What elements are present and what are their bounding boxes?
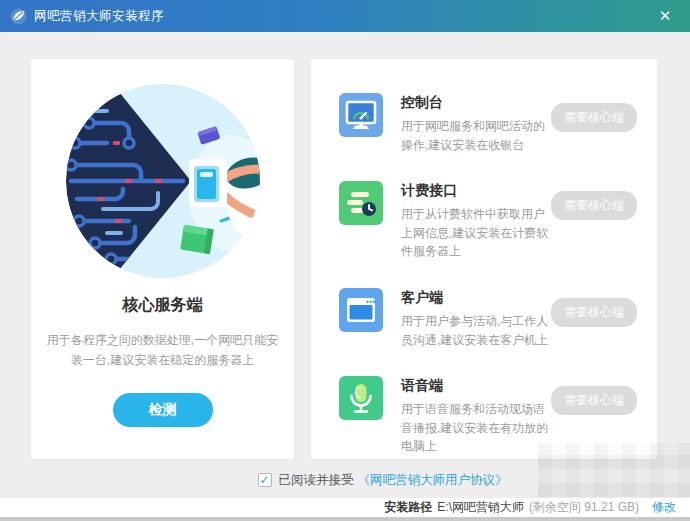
free-space-text: (剩余空间 91.21 GB): [529, 499, 639, 516]
component-description: 用于语音服务和活动现场语音播报,建议安装在有功放的电脑上: [401, 400, 551, 456]
app-logo-leaf-icon: [10, 8, 27, 25]
voice-mic-icon: [339, 376, 383, 420]
agreement-checkbox[interactable]: ✓: [258, 473, 272, 487]
detect-button[interactable]: 检测: [113, 393, 213, 427]
component-name: 客户端: [401, 289, 551, 307]
needs-core-badge[interactable]: 需要核心端: [551, 386, 637, 415]
close-icon[interactable]: ✕: [650, 0, 680, 32]
core-server-title: 核心服务端: [31, 295, 294, 316]
install-path-value: E:\网吧营销大师: [437, 499, 524, 516]
component-description: 用于用户参与活动,与工作人员沟通,建议安装在客户机上: [401, 312, 551, 349]
component-name: 计费接口: [401, 182, 551, 200]
modify-path-link[interactable]: 修改: [652, 499, 676, 516]
needs-core-badge[interactable]: 需要核心端: [551, 191, 637, 220]
bottom-strip: [0, 517, 690, 521]
install-path-label: 安装路径: [384, 499, 432, 516]
core-server-description: 用于各程序之间的数据处理,一个网吧只能安装一台,建议安装在稳定的服务器上: [47, 330, 279, 371]
needs-core-badge[interactable]: 需要核心端: [551, 103, 637, 132]
component-description: 用于从计费软件中获取用户上网信息,建议安装在计费软件服务器上: [401, 205, 551, 261]
console-monitor-icon: [339, 93, 383, 137]
client-window-icon: [339, 288, 383, 332]
core-server-panel: 核心服务端 用于各程序之间的数据处理,一个网吧只能安装一台,建议安装在稳定的服务…: [30, 58, 295, 460]
footer-bar: 安装路径 E:\网吧营销大师 (剩余空间 91.21 GB) 修改: [0, 497, 690, 517]
watermark-mosaic: [538, 443, 690, 497]
billing-list-icon: [339, 181, 383, 225]
component-row-console: 控制台 用于网吧服务和网吧活动的操作,建议安装在收银台 需要核心端: [339, 93, 637, 154]
component-name: 控制台: [401, 94, 551, 112]
component-description: 用于网吧服务和网吧活动的操作,建议安装在收银台: [401, 117, 551, 154]
user-agreement-link[interactable]: 《网吧营销大师用户协议》: [358, 472, 508, 489]
needs-core-badge[interactable]: 需要核心端: [551, 298, 637, 327]
components-panel: 控制台 用于网吧服务和网吧活动的操作,建议安装在收银台 需要核心端 计费接口 用…: [310, 58, 658, 460]
component-row-client: 客户端 用于用户参与活动,与工作人员沟通,建议安装在客户机上 需要核心端: [339, 288, 637, 349]
component-name: 语音端: [401, 377, 551, 395]
window-title: 网吧营销大师安装程序: [34, 8, 164, 25]
component-row-billing: 计费接口 用于从计费软件中获取用户上网信息,建议安装在计费软件服务器上 需要核心…: [339, 181, 637, 261]
circuit-broadcast-illustration: [63, 81, 263, 281]
agreement-text: 已阅读并接受: [279, 472, 354, 489]
titlebar: 网吧营销大师安装程序 ✕: [0, 0, 690, 32]
